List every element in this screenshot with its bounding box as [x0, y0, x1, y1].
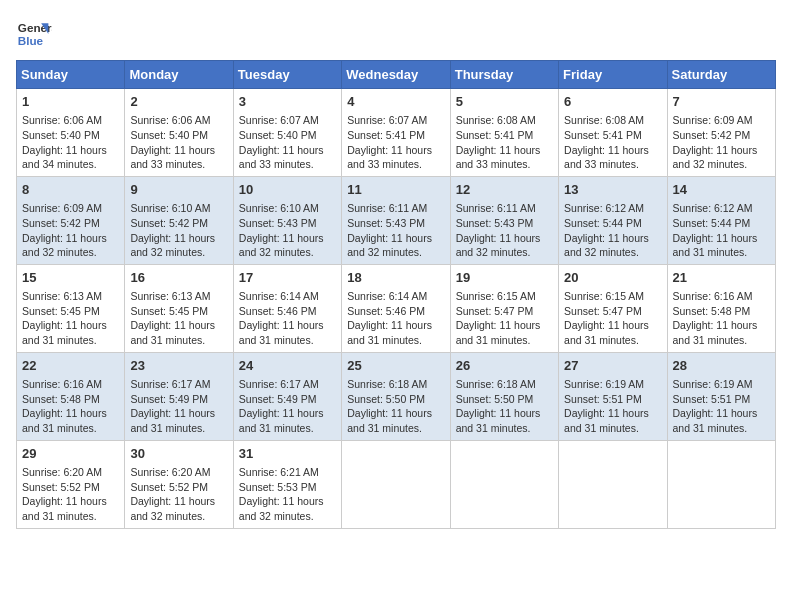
sunset-text: Sunset: 5:43 PM	[456, 217, 534, 229]
day-number: 28	[673, 357, 770, 375]
sunset-text: Sunset: 5:40 PM	[130, 129, 208, 141]
calendar-week-row: 15 Sunrise: 6:13 AM Sunset: 5:45 PM Dayl…	[17, 264, 776, 352]
day-number: 27	[564, 357, 661, 375]
day-number: 8	[22, 181, 119, 199]
day-number: 3	[239, 93, 336, 111]
sunset-text: Sunset: 5:47 PM	[456, 305, 534, 317]
calendar-cell: 26 Sunrise: 6:18 AM Sunset: 5:50 PM Dayl…	[450, 352, 558, 440]
calendar-cell: 29 Sunrise: 6:20 AM Sunset: 5:52 PM Dayl…	[17, 440, 125, 528]
calendar-cell: 5 Sunrise: 6:08 AM Sunset: 5:41 PM Dayli…	[450, 89, 558, 177]
sunset-text: Sunset: 5:50 PM	[347, 393, 425, 405]
sunset-text: Sunset: 5:48 PM	[673, 305, 751, 317]
calendar-cell: 23 Sunrise: 6:17 AM Sunset: 5:49 PM Dayl…	[125, 352, 233, 440]
calendar-table: SundayMondayTuesdayWednesdayThursdayFrid…	[16, 60, 776, 529]
calendar-cell: 21 Sunrise: 6:16 AM Sunset: 5:48 PM Dayl…	[667, 264, 775, 352]
header-sunday: Sunday	[17, 61, 125, 89]
daylight-text: Daylight: 11 hours and 32 minutes.	[22, 232, 107, 259]
sunset-text: Sunset: 5:45 PM	[130, 305, 208, 317]
sunrise-text: Sunrise: 6:16 AM	[673, 290, 753, 302]
header-saturday: Saturday	[667, 61, 775, 89]
calendar-cell: 4 Sunrise: 6:07 AM Sunset: 5:41 PM Dayli…	[342, 89, 450, 177]
calendar-cell	[450, 440, 558, 528]
sunrise-text: Sunrise: 6:19 AM	[673, 378, 753, 390]
calendar-cell	[667, 440, 775, 528]
calendar-cell: 1 Sunrise: 6:06 AM Sunset: 5:40 PM Dayli…	[17, 89, 125, 177]
daylight-text: Daylight: 11 hours and 31 minutes.	[239, 319, 324, 346]
day-number: 24	[239, 357, 336, 375]
sunset-text: Sunset: 5:52 PM	[22, 481, 100, 493]
sunrise-text: Sunrise: 6:11 AM	[347, 202, 427, 214]
calendar-cell: 20 Sunrise: 6:15 AM Sunset: 5:47 PM Dayl…	[559, 264, 667, 352]
day-number: 9	[130, 181, 227, 199]
day-number: 30	[130, 445, 227, 463]
daylight-text: Daylight: 11 hours and 32 minutes.	[347, 232, 432, 259]
daylight-text: Daylight: 11 hours and 31 minutes.	[22, 407, 107, 434]
calendar-cell: 30 Sunrise: 6:20 AM Sunset: 5:52 PM Dayl…	[125, 440, 233, 528]
calendar-week-row: 1 Sunrise: 6:06 AM Sunset: 5:40 PM Dayli…	[17, 89, 776, 177]
daylight-text: Daylight: 11 hours and 31 minutes.	[564, 319, 649, 346]
calendar-cell: 10 Sunrise: 6:10 AM Sunset: 5:43 PM Dayl…	[233, 176, 341, 264]
daylight-text: Daylight: 11 hours and 31 minutes.	[130, 319, 215, 346]
header-friday: Friday	[559, 61, 667, 89]
sunrise-text: Sunrise: 6:13 AM	[22, 290, 102, 302]
sunrise-text: Sunrise: 6:06 AM	[22, 114, 102, 126]
calendar-cell: 16 Sunrise: 6:13 AM Sunset: 5:45 PM Dayl…	[125, 264, 233, 352]
sunset-text: Sunset: 5:42 PM	[130, 217, 208, 229]
sunset-text: Sunset: 5:47 PM	[564, 305, 642, 317]
day-number: 19	[456, 269, 553, 287]
sunset-text: Sunset: 5:42 PM	[673, 129, 751, 141]
calendar-cell	[342, 440, 450, 528]
calendar-cell: 31 Sunrise: 6:21 AM Sunset: 5:53 PM Dayl…	[233, 440, 341, 528]
calendar-cell: 15 Sunrise: 6:13 AM Sunset: 5:45 PM Dayl…	[17, 264, 125, 352]
day-number: 15	[22, 269, 119, 287]
sunrise-text: Sunrise: 6:20 AM	[130, 466, 210, 478]
daylight-text: Daylight: 11 hours and 31 minutes.	[347, 319, 432, 346]
calendar-week-row: 29 Sunrise: 6:20 AM Sunset: 5:52 PM Dayl…	[17, 440, 776, 528]
day-number: 5	[456, 93, 553, 111]
calendar-cell: 22 Sunrise: 6:16 AM Sunset: 5:48 PM Dayl…	[17, 352, 125, 440]
daylight-text: Daylight: 11 hours and 31 minutes.	[673, 407, 758, 434]
calendar-cell: 8 Sunrise: 6:09 AM Sunset: 5:42 PM Dayli…	[17, 176, 125, 264]
sunset-text: Sunset: 5:49 PM	[130, 393, 208, 405]
daylight-text: Daylight: 11 hours and 33 minutes.	[130, 144, 215, 171]
sunset-text: Sunset: 5:53 PM	[239, 481, 317, 493]
calendar-cell: 13 Sunrise: 6:12 AM Sunset: 5:44 PM Dayl…	[559, 176, 667, 264]
header: General Blue	[16, 16, 776, 52]
daylight-text: Daylight: 11 hours and 31 minutes.	[347, 407, 432, 434]
day-number: 14	[673, 181, 770, 199]
sunrise-text: Sunrise: 6:10 AM	[130, 202, 210, 214]
sunset-text: Sunset: 5:44 PM	[673, 217, 751, 229]
daylight-text: Daylight: 11 hours and 32 minutes.	[239, 232, 324, 259]
calendar-header-row: SundayMondayTuesdayWednesdayThursdayFrid…	[17, 61, 776, 89]
sunrise-text: Sunrise: 6:11 AM	[456, 202, 536, 214]
sunset-text: Sunset: 5:44 PM	[564, 217, 642, 229]
sunrise-text: Sunrise: 6:08 AM	[564, 114, 644, 126]
calendar-cell: 17 Sunrise: 6:14 AM Sunset: 5:46 PM Dayl…	[233, 264, 341, 352]
daylight-text: Daylight: 11 hours and 33 minutes.	[347, 144, 432, 171]
sunrise-text: Sunrise: 6:15 AM	[456, 290, 536, 302]
daylight-text: Daylight: 11 hours and 34 minutes.	[22, 144, 107, 171]
sunset-text: Sunset: 5:43 PM	[347, 217, 425, 229]
daylight-text: Daylight: 11 hours and 32 minutes.	[673, 144, 758, 171]
daylight-text: Daylight: 11 hours and 32 minutes.	[130, 232, 215, 259]
daylight-text: Daylight: 11 hours and 33 minutes.	[239, 144, 324, 171]
sunset-text: Sunset: 5:43 PM	[239, 217, 317, 229]
calendar-cell: 18 Sunrise: 6:14 AM Sunset: 5:46 PM Dayl…	[342, 264, 450, 352]
sunrise-text: Sunrise: 6:06 AM	[130, 114, 210, 126]
sunset-text: Sunset: 5:41 PM	[456, 129, 534, 141]
day-number: 20	[564, 269, 661, 287]
daylight-text: Daylight: 11 hours and 31 minutes.	[22, 319, 107, 346]
sunrise-text: Sunrise: 6:10 AM	[239, 202, 319, 214]
sunrise-text: Sunrise: 6:09 AM	[22, 202, 102, 214]
day-number: 23	[130, 357, 227, 375]
sunrise-text: Sunrise: 6:12 AM	[673, 202, 753, 214]
day-number: 10	[239, 181, 336, 199]
sunrise-text: Sunrise: 6:20 AM	[22, 466, 102, 478]
calendar-cell: 25 Sunrise: 6:18 AM Sunset: 5:50 PM Dayl…	[342, 352, 450, 440]
calendar-cell: 6 Sunrise: 6:08 AM Sunset: 5:41 PM Dayli…	[559, 89, 667, 177]
day-number: 22	[22, 357, 119, 375]
header-tuesday: Tuesday	[233, 61, 341, 89]
calendar-cell: 3 Sunrise: 6:07 AM Sunset: 5:40 PM Dayli…	[233, 89, 341, 177]
day-number: 11	[347, 181, 444, 199]
calendar-cell: 14 Sunrise: 6:12 AM Sunset: 5:44 PM Dayl…	[667, 176, 775, 264]
